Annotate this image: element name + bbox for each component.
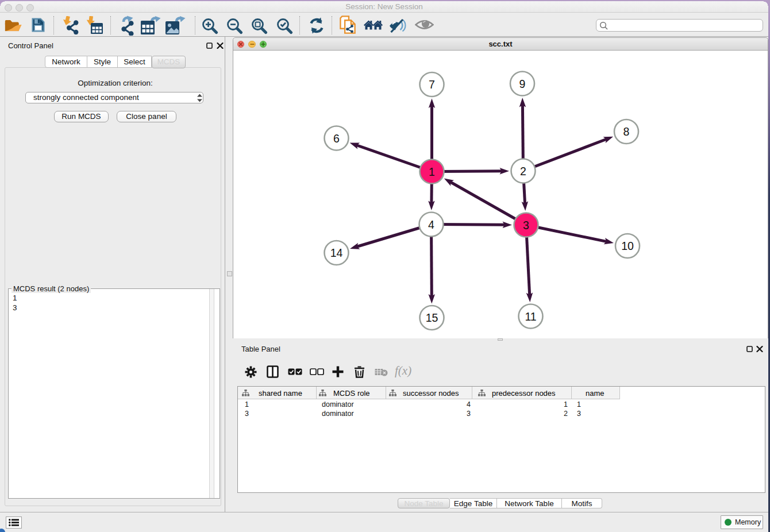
svg-text:11: 11 [525, 310, 536, 323]
svg-text:8: 8 [623, 125, 630, 138]
svg-text:15: 15 [426, 311, 438, 324]
svg-text:9: 9 [519, 78, 526, 90]
svg-text:2: 2 [520, 165, 526, 178]
svg-text:7: 7 [429, 78, 435, 91]
svg-text:10: 10 [621, 240, 634, 252]
svg-text:1: 1 [429, 165, 435, 178]
svg-text:4: 4 [428, 218, 434, 231]
svg-text:6: 6 [333, 132, 340, 145]
svg-text:14: 14 [330, 246, 343, 259]
svg-text:3: 3 [523, 219, 529, 232]
